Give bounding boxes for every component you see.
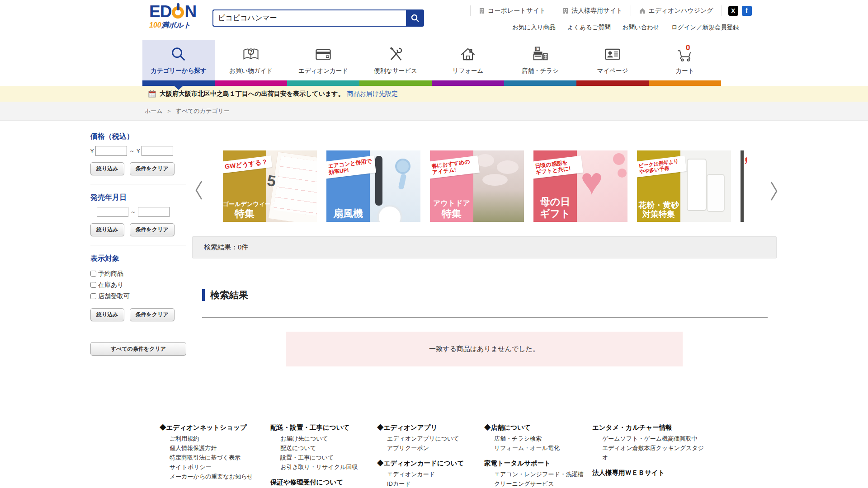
footer-link[interactable]: ご利用規約 — [160, 434, 266, 443]
footer-heading: ◆エディオンネットショップ — [160, 422, 266, 432]
banner-mothers-day[interactable]: 母の日ギフト ♥ 日頃の感謝をギフトと共に! — [533, 150, 627, 222]
breadcrumb-home[interactable]: ホーム — [145, 107, 163, 115]
facebook-icon[interactable]: f — [742, 6, 752, 16]
banner-fans[interactable]: 扇風機 エアコンと併用で効率UP! — [326, 150, 420, 222]
cart-icon: 0 — [676, 45, 694, 63]
price-min-input[interactable] — [95, 146, 127, 156]
home-icon — [639, 8, 646, 14]
footer-link[interactable]: 配送について — [270, 443, 373, 453]
footer-heading: 保証や修理受付について — [270, 477, 373, 487]
footer-link[interactable]: 設置・工事について — [270, 453, 373, 462]
nav-bar-segment — [359, 80, 432, 86]
main-nav: カテゴリーから探す ? お買い物ガイド エディオンカード 便利なサービス リフォ… — [142, 40, 721, 80]
release-date-to-input[interactable] — [138, 207, 170, 217]
top-link-label: エディオンハウジング — [648, 7, 713, 15]
footer-link[interactable]: サイトポリシー — [160, 462, 266, 472]
footer-link[interactable]: リフォーム・オール電化 — [484, 443, 588, 453]
in-stock-checkbox[interactable] — [90, 282, 96, 288]
building-icon — [562, 8, 569, 14]
banner-pollen[interactable]: 花粉・黄砂対策特集 ピークは例年よりやや多い予報 — [637, 150, 731, 222]
checkbox-label: 店舗受取可 — [98, 292, 130, 300]
store-icon: E — [531, 45, 549, 63]
delivery-address-setting-link[interactable]: 商品お届け先設定 — [347, 90, 398, 98]
price-filter-title: 価格（税込） — [90, 132, 186, 141]
search-input[interactable] — [212, 9, 406, 27]
filter-sidebar: 価格（税込） ¥ ～ ¥ 絞り込み 条件をクリア 発売年月日 ～ 絞り込み 条件… — [90, 132, 186, 356]
price-max-input[interactable] — [142, 146, 173, 156]
no-results-message-box: 一致する商品はありませんでした。 — [286, 332, 683, 366]
footer-col-entertainment: エンタメ・カルチャー情報 ゲームソフト・ゲーム機高価買取中 エディオン倉敷本店ク… — [592, 422, 708, 479]
display-filter-clear-button[interactable]: 条件をクリア — [130, 308, 175, 321]
favorites-link[interactable]: お気に入り商品 — [512, 23, 555, 32]
footer-link[interactable]: エディオン倉敷本店クッキングスタジオ — [592, 443, 708, 462]
edion-search-page: EDN 100満ボルト コーポレートサイト 法人様専用サイト エディオン — [0, 0, 868, 488]
shipping-notice-bar: 大阪府大阪市北区中之島１丁目への出荷目安を表示しています。 商品お届け先設定 — [0, 86, 868, 102]
price-filter-apply-button[interactable]: 絞り込み — [90, 162, 124, 175]
carousel-next-arrow[interactable] — [769, 181, 778, 202]
power-icon — [172, 6, 184, 19]
magnifier-icon — [170, 45, 188, 63]
footer-link[interactable]: 特定商取引法に基づく表示 — [160, 453, 266, 462]
search-icon — [410, 14, 420, 23]
nav-color-bars — [142, 80, 721, 86]
footer-link[interactable]: メーカーからの重要なお知らせ — [160, 472, 266, 481]
store-pickup-checkbox[interactable] — [90, 293, 96, 299]
result-count-text: 検索結果：0件 — [204, 243, 248, 252]
footer-link[interactable]: アプリクーポン — [377, 443, 480, 453]
nav-category-search[interactable]: カテゴリーから探す — [142, 40, 215, 80]
footer-link[interactable]: エアコン・レンジフード・洗濯槽クリーニングサービス — [484, 469, 588, 488]
login-register-link[interactable]: ログイン／新規会員登録 — [671, 23, 739, 32]
top-link-corporate[interactable]: コーポレートサイト — [470, 5, 554, 16]
footer-col-stores: ◆店舗について 店舗・チラシ検索 リフォーム・オール電化 家電トータルサポート … — [484, 422, 588, 488]
reserve-item-checkbox[interactable] — [90, 271, 96, 277]
nav-cart[interactable]: 0 カート — [649, 40, 721, 80]
nav-stores-flyers[interactable]: E 店舗・チラシ — [504, 40, 576, 80]
id-card-icon — [604, 45, 622, 63]
calendar-photo: 5 — [266, 150, 317, 222]
footer-link[interactable]: 個人情報保護方針 — [160, 443, 266, 453]
banner-golden-week[interactable]: ゴールデンウィーク特集 5 GWどうする？ — [223, 150, 317, 222]
guide-book-icon: ? — [242, 45, 260, 63]
top-link-housing[interactable]: エディオンハウジング — [631, 5, 721, 16]
house-icon — [459, 45, 477, 63]
carousel-prev-arrow[interactable] — [194, 180, 203, 201]
social-icons: X f — [722, 5, 758, 16]
clear-all-conditions-button[interactable]: すべての条件をクリア — [90, 342, 186, 356]
banner-track: ゴールデンウィーク特集 5 GWどうする？ 扇風機 エアコンと併用で効率UP! … — [223, 150, 747, 222]
nav-edion-card[interactable]: エディオンカード — [287, 40, 359, 80]
footer-link[interactable]: ゲームソフト・ゲーム機高価買取中 — [592, 434, 708, 443]
footer-link[interactable]: お届け先について — [270, 434, 373, 443]
footer-link[interactable]: お引き取り・リサイクル回収 — [270, 462, 373, 472]
checkbox-label: 在庫あり — [98, 281, 124, 289]
price-filter-clear-button[interactable]: 条件をクリア — [130, 162, 175, 175]
x-twitter-icon[interactable]: X — [728, 6, 738, 16]
nav-mypage[interactable]: マイページ — [576, 40, 649, 80]
release-filter-apply-button[interactable]: 絞り込み — [90, 223, 124, 236]
results-section-title: 検索結果 — [202, 289, 248, 301]
footer-link[interactable]: エディオンアプリについて — [377, 434, 480, 443]
yen-label: ¥ — [137, 148, 140, 155]
faq-link[interactable]: よくあるご質問 — [567, 23, 610, 32]
breadcrumb-current: すべてのカテゴリー — [176, 107, 230, 115]
footer-link[interactable]: エディオンカード — [377, 469, 480, 479]
edion-logo[interactable]: EDN 100満ボルト — [149, 4, 199, 30]
release-date-from-input[interactable] — [97, 207, 128, 217]
svg-text:?: ? — [249, 49, 252, 55]
footer-heading: 家電トータルサポート — [484, 458, 588, 468]
top-link-business[interactable]: 法人様専用サイト — [554, 5, 631, 16]
nav-shopping-guide[interactable]: ? お買い物ガイド — [215, 40, 287, 80]
nav-services[interactable]: 便利なサービス — [359, 40, 432, 80]
checkbox-row-reserve: 予約商品 — [90, 268, 186, 279]
display-filter-apply-button[interactable]: 絞り込み — [90, 308, 124, 321]
footer-link[interactable]: IDカード — [377, 479, 480, 488]
banner-outdoor[interactable]: アウトドア特集 春におすすめのアイテム! — [430, 150, 524, 222]
nav-bar-segment — [432, 80, 504, 86]
footer-link[interactable]: 店舗・チラシ検索 — [484, 434, 588, 443]
nav-reform[interactable]: リフォーム — [432, 40, 504, 80]
search-button[interactable] — [406, 9, 424, 27]
no-results-text: 一致する商品はありませんでした。 — [429, 345, 539, 353]
nav-bar-segment — [649, 80, 721, 86]
release-filter-clear-button[interactable]: 条件をクリア — [130, 223, 175, 236]
contact-link[interactable]: お問い合わせ — [623, 23, 660, 32]
banner-partial[interactable]: 帰 — [741, 150, 747, 222]
